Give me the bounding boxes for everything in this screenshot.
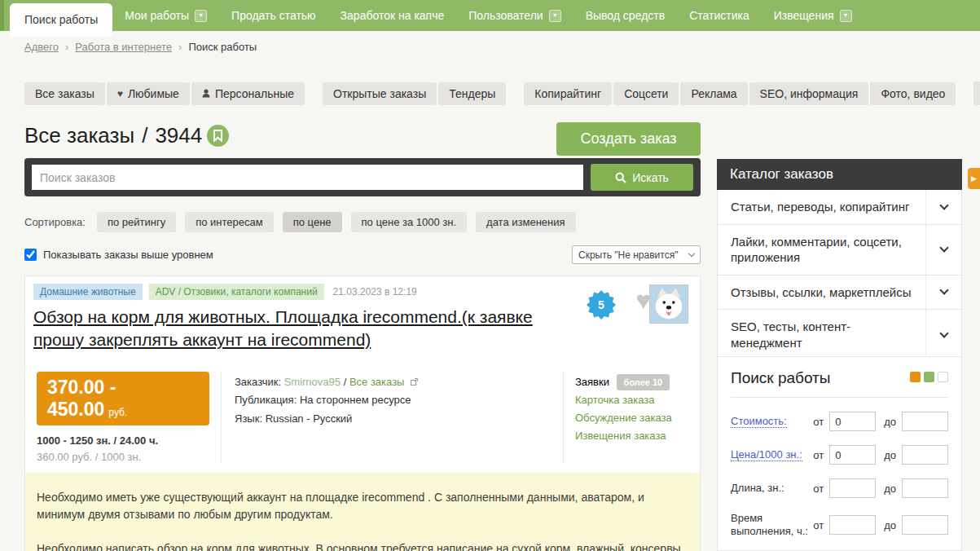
filter-row-length: Длина, зн.: от до (731, 478, 948, 498)
caret-down-icon[interactable]: ▼ (549, 10, 561, 22)
nav-tab-sell-article[interactable]: Продать статью (219, 0, 328, 31)
length-to-input[interactable] (902, 478, 948, 498)
order-rate: 360.00 руб. / 1000 зн. (37, 451, 209, 463)
rss-button[interactable] (973, 82, 980, 105)
breadcrumb-link-internet-work[interactable]: Работа в интернете (75, 41, 172, 53)
nav-tab-label: Извещения (774, 0, 834, 31)
price-per-1000-to-input[interactable] (902, 445, 948, 465)
catalog-item-articles[interactable]: Статьи, переводы, копирайтинг (718, 190, 961, 225)
filter-copywriting[interactable]: Копирайтинг (524, 82, 612, 105)
price-currency: руб. (108, 407, 127, 418)
price-per-1000-from-input[interactable] (829, 445, 876, 465)
nav-tab-label: Поиск работы (24, 5, 98, 35)
sort-by-price[interactable]: по цене (283, 212, 342, 232)
description-paragraph: Необходимо написать обзор на корм для жи… (37, 540, 688, 551)
search-input[interactable] (32, 165, 583, 190)
rating-badge[interactable]: 5 (587, 290, 616, 320)
order-info-column: Заказчик: Smirnova95 / Все заказы Публик… (221, 372, 563, 463)
order-details: 370.00 - 450.00руб. 1000 - 1250 зн. / 24… (25, 364, 700, 473)
filter-tenders[interactable]: Тендеры (438, 82, 506, 105)
create-order-button[interactable]: Создать заказ (556, 122, 701, 156)
cost-from-input[interactable] (829, 412, 876, 431)
toggles-row: Показывать заказы выше уровнем Скрыть "Н… (24, 245, 701, 264)
chevron-down-icon (939, 201, 948, 209)
job-search-panel: Поиск работы Стоимость: от до Цена/1000 … (717, 356, 962, 551)
chevron-cell[interactable] (925, 310, 961, 359)
sort-label: Сортировка: (24, 216, 86, 228)
nav-tab-captcha-earnings[interactable]: Заработок на капче (328, 0, 457, 31)
nav-tab-users[interactable]: Пользователи▼ (456, 0, 573, 31)
legend-square-white[interactable] (938, 372, 948, 382)
show-higher-level-checkbox[interactable] (24, 249, 37, 261)
order-tag-adv-reviews[interactable]: ADV / Отзовики, каталоги компаний (149, 284, 324, 300)
bookmark-button[interactable] (207, 125, 229, 147)
external-link-icon (411, 378, 418, 386)
time-to-input[interactable] (902, 515, 948, 535)
filter-seo[interactable]: SEO, информация (749, 82, 869, 105)
nav-tab-label: Статистика (689, 0, 749, 31)
filter-social[interactable]: Соцсети (613, 82, 679, 105)
order-tag-pets[interactable]: Домашние животные (33, 284, 143, 300)
length-from-input[interactable] (829, 478, 876, 498)
filter-ads[interactable]: Реклама (680, 82, 747, 105)
page-title: Все заказы / 3944 (24, 123, 202, 148)
order-card-link[interactable]: Карточка заказа (575, 391, 700, 409)
order-description: Необходимо иметь уже существующий аккаун… (25, 473, 700, 551)
search-button[interactable]: Искать (591, 164, 693, 191)
catalog-item-reviews-links[interactable]: Отзывы, ссылки, маркетплейсы (718, 276, 961, 311)
customer-line: Заказчик: Smirnova95 / Все заказы (235, 373, 550, 392)
sort-by-price-per-1000[interactable]: по цене за 1000 зн. (351, 212, 468, 232)
catalog-item-likes-social[interactable]: Лайки, комментарии, соцсети, приложения (718, 225, 961, 276)
chevron-cell[interactable] (925, 225, 961, 275)
top-navigation: Поиск работы Мои работы▼ Продать статью … (0, 0, 980, 31)
nav-tab-label: Заработок на капче (341, 0, 445, 31)
sort-by-date-changed[interactable]: дата изменения (476, 212, 575, 232)
heart-icon: ♥ (117, 88, 123, 99)
nav-tab-notifications[interactable]: Извещения▼ (762, 0, 864, 31)
nav-tab-job-search[interactable]: Поиск работы (10, 3, 112, 37)
customer-avatar[interactable] (649, 284, 688, 324)
filter-group-category: Копирайтинг Соцсети Реклама SEO, информа… (524, 82, 956, 105)
cost-to-input[interactable] (902, 412, 948, 431)
time-from-input[interactable] (829, 515, 876, 535)
sort-by-interests[interactable]: по интересам (185, 212, 274, 232)
job-search-header: Поиск работы (731, 369, 948, 387)
catalog-item-seo-tests[interactable]: SEO, тесты, контент-менеджмент (718, 310, 961, 360)
chevron-cell[interactable] (925, 190, 961, 224)
legend-square-orange[interactable] (910, 372, 921, 382)
filter-favorites[interactable]: ♥Любимые (107, 82, 190, 105)
filter-open-orders[interactable]: Открытые заказы (323, 82, 437, 105)
nav-tab-withdraw[interactable]: Вывод средств (573, 0, 678, 31)
price-per-1000-filter-link[interactable]: Цена/1000 зн.: (731, 448, 802, 461)
job-search-title: Поиск работы (731, 369, 830, 387)
nav-tab-my-works[interactable]: Мои работы▼ (112, 0, 219, 31)
caret-down-icon[interactable]: ▼ (195, 10, 207, 22)
nav-tab-label: Пользователи (468, 0, 543, 31)
cost-filter-link[interactable]: Стоимость: (731, 415, 787, 428)
hide-dislike-select[interactable]: Скрыть "Не нравится" (572, 245, 701, 264)
breadcrumb: Адвего › Работа в интернете › Поиск рабо… (24, 41, 257, 53)
publication-line: Публикация: На стороннем ресурсе (235, 391, 550, 410)
order-notifications-link[interactable]: Извещения заказа (575, 427, 700, 445)
filter-row-price-per-1000: Цена/1000 зн.: от до (731, 445, 948, 465)
filter-photo-video[interactable]: Фото, видео (870, 82, 956, 105)
legend-square-green[interactable] (924, 372, 934, 382)
nav-tab-label: Вывод средств (586, 0, 666, 31)
filter-all-orders[interactable]: Все заказы (24, 82, 105, 105)
filter-personal[interactable]: Персональные (191, 82, 305, 105)
customer-all-orders-link[interactable]: Все заказы (349, 376, 405, 388)
order-discussion-link[interactable]: Обсуждение заказа (575, 409, 700, 427)
nav-tab-statistics[interactable]: Статистика (677, 0, 762, 31)
filter-group-my: Все заказы ♥Любимые Персональные (24, 82, 305, 105)
sidebar-expand-tab[interactable]: ▶ (968, 168, 980, 189)
nav-tab-label: Продать статью (231, 0, 316, 31)
customer-link[interactable]: Smirnova95 (284, 376, 341, 388)
caret-down-icon[interactable]: ▼ (840, 10, 852, 22)
nav-tab-label: Мои работы (125, 0, 189, 31)
chevron-cell[interactable] (925, 276, 961, 310)
filter-bar: Все заказы ♥Любимые Персональные Открыты… (24, 82, 980, 105)
sort-by-rating[interactable]: по рейтингу (97, 212, 176, 232)
description-paragraph: Необходимо иметь уже существующий аккаун… (37, 489, 688, 523)
breadcrumb-link-advego[interactable]: Адвего (24, 41, 59, 53)
filter-group-type: Открытые заказы Тендеры (323, 82, 506, 105)
